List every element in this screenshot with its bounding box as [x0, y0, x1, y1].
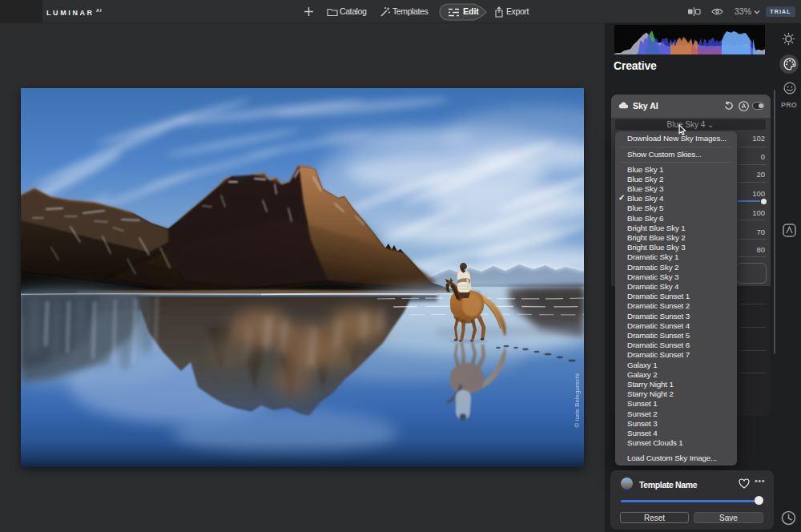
svg-text:© Iurie Belegurschi: © Iurie Belegurschi [574, 373, 581, 428]
